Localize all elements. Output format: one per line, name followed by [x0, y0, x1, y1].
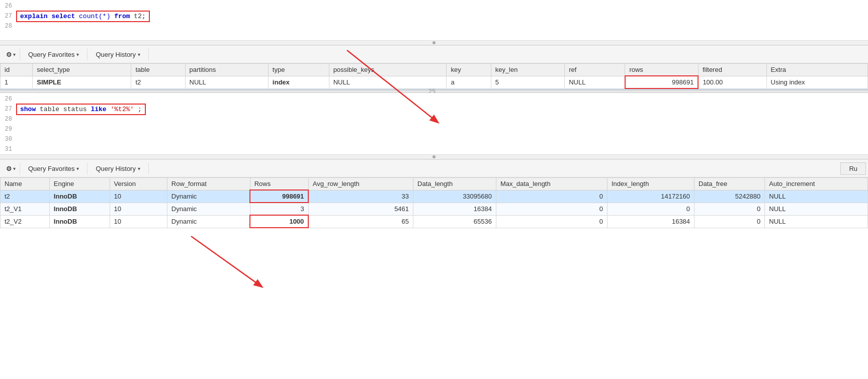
top-gear-button[interactable]: ⚙ ▾	[2, 49, 20, 60]
bcell-engine-2: InnoDB	[49, 203, 110, 215]
gear-icon: ⚙	[6, 51, 12, 58]
bcell-avgrow-3: 65	[308, 215, 413, 228]
bcol-rows: Rows	[250, 178, 308, 191]
editor-line-26: 26	[0, 1, 868, 11]
bottom-query-history-button[interactable]: Query History ▾	[88, 163, 148, 174]
bottom-line-29: 29	[0, 124, 868, 134]
cell-ref: NULL	[565, 76, 625, 88]
bcell-maxdata-1: 0	[496, 190, 607, 203]
bcell-maxdata-2: 0	[496, 203, 607, 215]
top-scrollbar[interactable]	[0, 40, 868, 45]
cell-type: index	[268, 76, 329, 88]
main-container: 26 27 explain select count(*) from t2; 2…	[0, 0, 868, 379]
cell-table: t2	[131, 76, 185, 88]
bcell-version-1: 10	[110, 190, 167, 203]
bcol-row-format: Row_format	[167, 178, 250, 191]
top-table-header-row: id select_type table partitions type pos…	[1, 64, 868, 76]
query-favorites-label: Query Favorites	[28, 51, 74, 58]
bcell-rowformat-3: Dynamic	[167, 215, 250, 228]
editor-line-27: 27 explain select count(*) from t2;	[0, 11, 868, 21]
cell-select-type: SIMPLE	[33, 76, 131, 88]
run-button[interactable]: Ru	[840, 162, 866, 175]
bottom-line-num-29: 29	[0, 126, 16, 133]
bottom-line-num-31: 31	[0, 146, 16, 153]
bcol-data-length: Data_length	[413, 178, 496, 191]
cell-partitions: NULL	[185, 76, 268, 88]
bottom-query-favorites-label: Query Favorites	[28, 165, 74, 172]
bottom-query-favorites-button[interactable]: Query Favorites ▾	[20, 163, 88, 174]
bcell-name-3: t2_V2	[1, 215, 50, 228]
bottom-scrollbar[interactable]	[0, 154, 868, 159]
bcell-engine-1: InnoDB	[49, 190, 110, 203]
top-result-table-wrap: id select_type table partitions type pos…	[0, 63, 868, 89]
bcell-rowformat-2: Dynamic	[167, 203, 250, 215]
query-code-2: show table status like '%t2%' ;	[16, 104, 146, 115]
col-rows: rows	[625, 64, 698, 76]
bcell-datalen-2: 16384	[413, 203, 496, 215]
top-query-favorites-button[interactable]: Query Favorites ▾	[20, 49, 88, 60]
bottom-table-row-3: t2_V2 InnoDB 10 Dynamic 1000 65 65536 0 …	[1, 215, 868, 228]
bcell-rows-3: 1000	[250, 215, 308, 228]
line-number-27: 27	[0, 13, 16, 20]
bottom-toolbar: ⚙ ▾ Query Favorites ▾ Query History ▾ Ru	[0, 159, 868, 177]
bcell-datafree-1: 5242880	[695, 190, 765, 203]
query-history-label: Query History	[96, 51, 135, 58]
bottom-gear-button[interactable]: ⚙ ▾	[2, 163, 20, 174]
bottom-favorites-arrow: ▾	[76, 166, 79, 171]
bcol-data-free: Data_free	[695, 178, 765, 191]
bottom-line-27: 27 show table status like '%t2%' ;	[0, 104, 868, 114]
top-query-history-button[interactable]: Query History ▾	[88, 49, 148, 60]
col-partitions: partitions	[185, 64, 268, 76]
bcol-name: Name	[1, 178, 50, 191]
bcol-max-data-length: Max_data_length	[496, 178, 607, 191]
bottom-gear-icon: ⚙	[6, 165, 12, 172]
bottom-result-wrap: Name Engine Version Row_format Rows Avg_…	[0, 177, 868, 379]
bottom-table-header-row: Name Engine Version Row_format Rows Avg_…	[1, 178, 868, 191]
cell-id: 1	[1, 76, 33, 88]
bcell-autoinc-2: NULL	[765, 203, 868, 215]
bcell-rows-1: 998691	[250, 190, 308, 203]
query-history-arrow: ▾	[138, 52, 140, 57]
bcell-datalen-1: 33095680	[413, 190, 496, 203]
bottom-line-num-28: 28	[0, 116, 16, 123]
bcell-avgrow-2: 5461	[308, 203, 413, 215]
bottom-editor[interactable]: 26 27 show table status like '%t2%' ; 28…	[0, 93, 868, 154]
bcell-name-2: t2_V1	[1, 203, 50, 215]
bcell-indexlen-1: 14172160	[607, 190, 694, 203]
bcell-rowformat-1: Dynamic	[167, 190, 250, 203]
bottom-result-table: Name Engine Version Row_format Rows Avg_…	[0, 177, 868, 228]
cell-possible-keys: NULL	[329, 76, 447, 88]
bottom-query-history-label: Query History	[96, 165, 135, 172]
top-result-table: id select_type table partitions type pos…	[0, 63, 868, 89]
top-editor[interactable]: 26 27 explain select count(*) from t2; 2…	[0, 0, 868, 40]
bottom-line-28: 28	[0, 114, 868, 124]
col-type: type	[268, 64, 329, 76]
bcell-rows-2: 3	[250, 203, 308, 215]
col-possible-keys: possible_keys	[329, 64, 447, 76]
bottom-gear-arrow: ▾	[13, 166, 16, 171]
bottom-scrollbar-thumb	[432, 155, 436, 158]
bcell-datafree-3: 0	[695, 215, 765, 228]
editor-line-28: 28	[0, 21, 868, 31]
bottom-history-arrow: ▾	[138, 166, 140, 171]
bottom-line-num-30: 30	[0, 136, 16, 143]
cell-filtered: 100.00	[698, 76, 766, 88]
col-id: id	[1, 64, 33, 76]
bottom-line-num-26: 26	[0, 96, 16, 103]
cell-key: a	[447, 76, 491, 88]
col-key: key	[447, 64, 491, 76]
col-extra: Extra	[766, 64, 867, 76]
table-row: 1 SIMPLE t2 NULL index NULL a 5 NULL 998…	[1, 76, 868, 88]
cell-key-len: 5	[491, 76, 564, 88]
line-number-28: 28	[0, 23, 16, 30]
col-select-type: select_type	[33, 64, 131, 76]
bcol-engine: Engine	[49, 178, 110, 191]
col-key-len: key_len	[491, 64, 564, 76]
col-table: table	[131, 64, 185, 76]
bottom-line-31: 31	[0, 144, 868, 154]
bcol-avg-row-length: Avg_row_length	[308, 178, 413, 191]
bottom-line-30: 30	[0, 134, 868, 144]
bcol-index-length: Index_length	[607, 178, 694, 191]
bcell-datafree-2: 0	[695, 203, 765, 215]
top-panel: 26 27 explain select count(*) from t2; 2…	[0, 0, 868, 90]
